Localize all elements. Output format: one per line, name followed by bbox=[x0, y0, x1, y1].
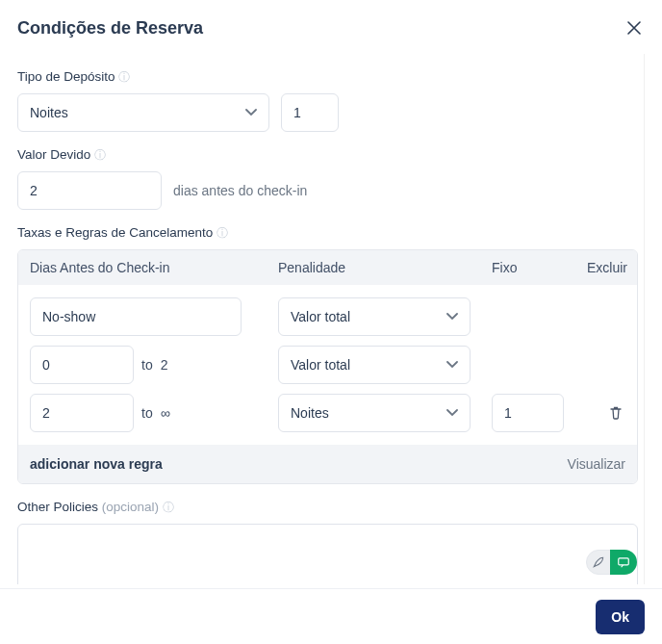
days-from-input[interactable] bbox=[30, 394, 134, 432]
feather-icon bbox=[586, 550, 611, 575]
penalty-value: Valor total bbox=[291, 357, 350, 373]
penalty-value: Valor total bbox=[291, 309, 350, 324]
amount-due-row: dias antes do check-in bbox=[17, 171, 638, 210]
deposit-type-text: Tipo de Depósito bbox=[17, 69, 115, 84]
to-label: to bbox=[141, 357, 153, 373]
penalty-select[interactable]: Noites bbox=[278, 394, 471, 432]
modal-body[interactable]: Tipo de Depósito ⓘ Noites Valor Devido ⓘ… bbox=[17, 54, 645, 584]
info-icon: ⓘ bbox=[216, 226, 228, 240]
trash-icon bbox=[608, 405, 624, 421]
chevron-down-icon bbox=[446, 409, 458, 417]
close-button[interactable] bbox=[624, 17, 645, 39]
ok-button[interactable]: Ok bbox=[596, 600, 645, 634]
deposit-type-label: Tipo de Depósito ⓘ bbox=[17, 69, 638, 86]
amount-due-label: Valor Devido ⓘ bbox=[17, 147, 638, 164]
modal-title: Condições de Reserva bbox=[17, 18, 203, 39]
fees-table: Dias Antes do Check-in Penalidade Fixo E… bbox=[17, 249, 638, 484]
table-row: to 2 Valor total bbox=[30, 341, 625, 389]
other-policies-text: Other Policies bbox=[17, 500, 98, 514]
deposit-qty-input[interactable] bbox=[281, 93, 339, 132]
optional-hint: (opcional) bbox=[102, 500, 159, 514]
modal-header: Condições de Reserva bbox=[17, 17, 645, 39]
chevron-down-icon bbox=[446, 361, 458, 369]
penalty-select[interactable]: Valor total bbox=[278, 297, 471, 336]
days-from-input[interactable] bbox=[30, 346, 134, 384]
svg-rect-0 bbox=[619, 558, 629, 565]
chat-icon bbox=[610, 550, 637, 575]
close-icon bbox=[627, 21, 641, 35]
info-icon: ⓘ bbox=[163, 501, 174, 514]
days-from-input[interactable] bbox=[30, 297, 242, 336]
delete-button[interactable] bbox=[604, 401, 627, 425]
due-days-input[interactable] bbox=[17, 171, 162, 210]
table-row: Valor total bbox=[30, 293, 625, 341]
col-penalty: Penalidade bbox=[278, 260, 492, 275]
col-delete: Excluir bbox=[583, 260, 627, 275]
fees-label: Taxas e Regras de Cancelamento ⓘ bbox=[17, 225, 638, 242]
info-icon: ⓘ bbox=[94, 148, 106, 162]
deposit-type-value: Noites bbox=[30, 105, 68, 120]
amount-due-text: Valor Devido bbox=[17, 147, 90, 162]
to-label: to bbox=[141, 405, 153, 421]
fees-table-head: Dias Antes do Check-in Penalidade Fixo E… bbox=[18, 250, 637, 285]
col-days: Dias Antes do Check-in bbox=[30, 260, 278, 275]
fixed-input[interactable] bbox=[492, 394, 564, 432]
deposit-row: Noites bbox=[17, 93, 638, 132]
fees-table-body: Valor total to 2 bbox=[18, 285, 637, 445]
due-days-hint: dias antes do check-in bbox=[173, 183, 307, 198]
modal-footer: Ok bbox=[0, 588, 662, 644]
other-policies-label: Other Policies (opcional) ⓘ bbox=[17, 500, 638, 516]
deposit-type-select[interactable]: Noites bbox=[17, 93, 269, 132]
table-row: to ∞ Noites bbox=[30, 389, 625, 437]
penalty-select[interactable]: Valor total bbox=[278, 346, 471, 384]
chevron-down-icon bbox=[245, 109, 257, 116]
help-widget[interactable] bbox=[586, 550, 637, 575]
info-icon: ⓘ bbox=[118, 70, 130, 84]
other-policies-textarea[interactable] bbox=[17, 524, 638, 584]
visualize-link[interactable]: Visualizar bbox=[568, 456, 625, 472]
add-rule-link[interactable]: adicionar nova regra bbox=[30, 456, 163, 472]
days-to-value: 2 bbox=[161, 357, 168, 373]
col-fixed: Fixo bbox=[492, 260, 583, 275]
penalty-value: Noites bbox=[291, 405, 329, 421]
chevron-down-icon bbox=[446, 313, 458, 321]
fees-table-foot: adicionar nova regra Visualizar bbox=[18, 445, 637, 483]
fees-label-text: Taxas e Regras de Cancelamento bbox=[17, 225, 213, 240]
modal-container: Condições de Reserva Tipo de Depósito ⓘ … bbox=[0, 0, 662, 644]
days-to-value: ∞ bbox=[161, 405, 170, 421]
